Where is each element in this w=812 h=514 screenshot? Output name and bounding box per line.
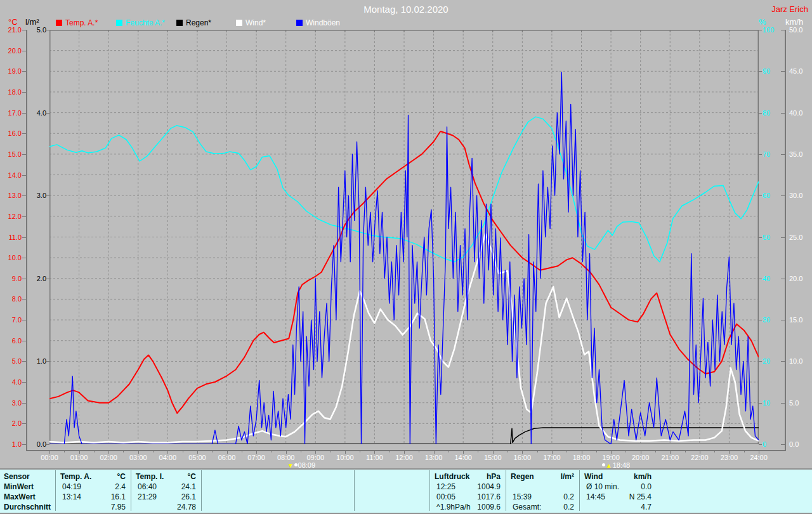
legend-item[interactable]: Regen* bbox=[176, 18, 211, 27]
temp-axis-line bbox=[26, 30, 27, 451]
humidity-tick-label: 10 bbox=[763, 399, 770, 407]
time-tick-label: 23:00 bbox=[714, 454, 744, 461]
table-cell-time: 12:25 bbox=[436, 482, 455, 491]
table-col-unit: °C bbox=[157, 472, 196, 481]
humidity-tick bbox=[759, 361, 762, 362]
legend-item[interactable]: Temp. A.* bbox=[56, 18, 98, 27]
time-tick-label: 19:00 bbox=[596, 454, 626, 461]
temp-tick-label: 19.0 bbox=[3, 67, 22, 75]
legend-swatch-icon bbox=[236, 20, 242, 26]
table-cell-time: 04:19 bbox=[62, 482, 81, 491]
legend-item[interactable]: Wind* bbox=[236, 18, 266, 27]
table-cell-value: 2.4 bbox=[81, 482, 126, 491]
temp-tick-label: 3.0 bbox=[3, 399, 22, 407]
wind-tick-label: 0.0 bbox=[789, 440, 799, 448]
table-cell-value: 24.78 bbox=[152, 503, 196, 511]
table-row-label: Sensor bbox=[4, 472, 30, 481]
time-tick-label: 16:00 bbox=[507, 454, 537, 461]
time-tick-label: 18:00 bbox=[566, 454, 597, 461]
time-tick-label: 22:00 bbox=[684, 454, 715, 461]
legend-label: Windböen bbox=[306, 18, 340, 27]
x-axis-line bbox=[26, 450, 786, 451]
time-tick-label: 24:00 bbox=[743, 454, 774, 461]
temp-tick-label: 6.0 bbox=[3, 337, 22, 345]
table-cell-value: 1017.6 bbox=[456, 492, 501, 501]
time-tick-label: 10:00 bbox=[330, 454, 360, 461]
time-tick-label: 03:00 bbox=[123, 454, 154, 461]
table-cell-time: 13:14 bbox=[62, 492, 81, 501]
rain-tick-label: 2.0 bbox=[28, 275, 46, 282]
legend-item[interactable]: Windböen bbox=[296, 18, 340, 27]
rain-tick bbox=[46, 30, 49, 30]
humidity-tick-label: 0 bbox=[763, 440, 766, 448]
table-cell-value: 16.1 bbox=[81, 492, 126, 501]
stats-table: SensorMinWertMaxWertDurchschnittTemp. A.… bbox=[0, 468, 812, 514]
humidity-tick-label: 100 bbox=[763, 26, 774, 34]
time-tick-label: 11:00 bbox=[359, 454, 390, 461]
legend-label: Wind* bbox=[246, 18, 266, 27]
time-tick-label: 06:00 bbox=[212, 454, 242, 461]
plot-area bbox=[49, 30, 759, 444]
humidity-tick-label: 30 bbox=[763, 316, 770, 324]
table-col-unit: °C bbox=[86, 472, 126, 481]
time-tick-label: 17:00 bbox=[537, 454, 567, 461]
table-cell-value: 24.1 bbox=[152, 482, 196, 491]
humidity-tick-label: 90 bbox=[763, 67, 770, 75]
wind-tick-label: 40.0 bbox=[789, 109, 802, 117]
time-tick-label: 02:00 bbox=[93, 454, 124, 461]
legend-swatch-icon bbox=[296, 20, 303, 26]
humidity-tick bbox=[759, 444, 762, 445]
table-cell-value: 4.7 bbox=[607, 503, 652, 511]
rain-tick-label: 0.0 bbox=[28, 440, 46, 448]
humidity-tick bbox=[759, 403, 762, 404]
humidity-tick bbox=[759, 113, 762, 114]
table-cell-value: 0.2 bbox=[530, 492, 574, 501]
rain-tick-label: 1.0 bbox=[28, 357, 46, 365]
table-row-label: Durchschnitt bbox=[4, 503, 51, 511]
temp-tick-label: 11.0 bbox=[3, 234, 22, 241]
legend-swatch-icon bbox=[116, 20, 122, 26]
table-separator bbox=[429, 470, 430, 511]
legend-label: Regen* bbox=[186, 18, 211, 27]
legend-swatch-icon bbox=[176, 20, 183, 26]
table-cell-value: 0.2 bbox=[530, 503, 574, 511]
table-col-unit: km/h bbox=[612, 472, 652, 481]
time-tick-label: 20:00 bbox=[625, 454, 656, 461]
table-separator bbox=[579, 470, 580, 511]
table-cell-value: 1009.6 bbox=[456, 503, 501, 511]
legend-label: Feuchte A.* bbox=[126, 18, 165, 27]
humidity-tick bbox=[759, 30, 762, 30]
table-col-name: Wind bbox=[584, 472, 603, 481]
table-cell-value: 0.0 bbox=[607, 482, 652, 491]
temp-tick-label: 13.0 bbox=[3, 192, 22, 199]
time-tick-label: 09:00 bbox=[300, 454, 331, 461]
humidity-tick-label: 70 bbox=[763, 150, 770, 158]
humidity-tick-label: 20 bbox=[763, 357, 770, 365]
rain-tick-label: 3.0 bbox=[28, 192, 46, 199]
wind-axis-line bbox=[785, 30, 786, 451]
wind-tick-label: 50.0 bbox=[789, 26, 802, 34]
time-tick-label: 00:00 bbox=[34, 454, 65, 461]
rain-tick bbox=[46, 444, 49, 445]
temp-tick-label: 4.0 bbox=[3, 378, 22, 386]
series-temp-a- bbox=[49, 131, 759, 413]
table-cell-value: 7.95 bbox=[81, 503, 126, 511]
time-tick-label: 13:00 bbox=[419, 454, 449, 461]
temp-tick-label: 17.0 bbox=[3, 109, 22, 117]
table-separator bbox=[201, 470, 202, 511]
legend-item[interactable]: Feuchte A.* bbox=[116, 18, 165, 27]
temp-tick-label: 21.0 bbox=[3, 26, 22, 34]
table-col-name: Regen bbox=[511, 472, 534, 481]
table-separator bbox=[131, 470, 131, 511]
humidity-tick bbox=[759, 195, 762, 196]
sun-dot-icon bbox=[294, 463, 298, 466]
time-tick-label: 05:00 bbox=[182, 454, 213, 461]
table-separator bbox=[506, 470, 506, 511]
temp-tick-label: 18.0 bbox=[3, 88, 22, 96]
wind-tick-label: 35.0 bbox=[789, 150, 802, 158]
table-cell-time: 14:45 bbox=[586, 492, 605, 501]
time-tick-label: 08:00 bbox=[271, 454, 301, 461]
table-cell-time: 00:05 bbox=[436, 492, 455, 501]
wind-tick-label: 30.0 bbox=[789, 192, 802, 199]
time-tick-label: 14:00 bbox=[448, 454, 478, 461]
